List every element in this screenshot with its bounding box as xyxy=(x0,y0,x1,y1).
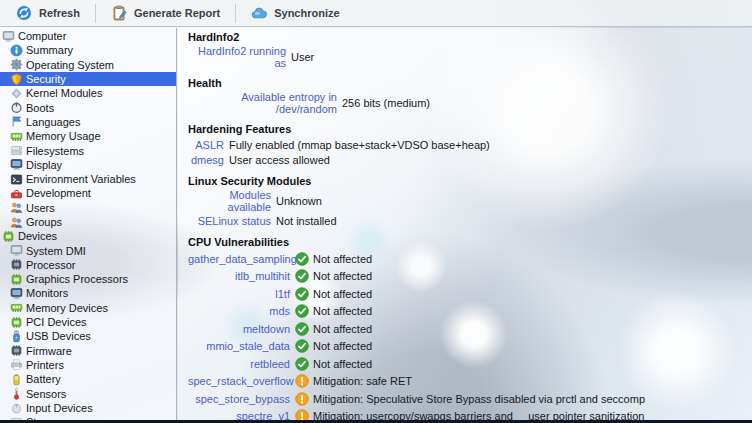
sidebar-item-label: Memory Usage xyxy=(26,130,101,142)
row-label: retbleed xyxy=(188,358,290,370)
sidebar-item-languages[interactable]: Languages xyxy=(0,115,176,129)
sidebar-item-label: Sensors xyxy=(26,388,66,400)
sidebar-item-pci-devices[interactable]: PCI Devices xyxy=(0,315,176,329)
sidebar-item-label: Processor xyxy=(26,259,76,271)
row-label: Available entropy in /dev/random xyxy=(188,91,337,115)
section-hardinfo2: HardInfo2HardInfo2 running asUser xyxy=(188,30,752,69)
section-title: Linux Security Modules xyxy=(188,174,752,189)
info-row-modules-available: Modules availableUnknown xyxy=(188,189,752,213)
refresh-icon xyxy=(16,5,32,21)
gear-icon xyxy=(10,58,23,71)
warning-icon xyxy=(295,409,309,420)
sidebar-item-sensors[interactable]: Sensors xyxy=(0,386,176,400)
sidebar-item-label: PCI Devices xyxy=(26,316,87,328)
flag-icon xyxy=(10,115,23,128)
sidebar-item-system-dmi[interactable]: System DMI xyxy=(0,243,176,257)
row-label: spectre_v1 xyxy=(188,410,290,420)
info-row-mmio-stale-data: mmio_stale_dataNot affected xyxy=(188,338,752,356)
info-row-selinux-status: SELinux statusNot installed xyxy=(188,213,752,228)
sidebar-item-processor[interactable]: Processor xyxy=(0,258,176,272)
sidebar-item-firmware[interactable]: Firmware xyxy=(0,344,176,358)
synchronize-button[interactable]: Synchronize xyxy=(239,2,351,25)
sidebar-item-environment-variables[interactable]: Environment Variables xyxy=(0,172,176,186)
generate-report-button[interactable]: Generate Report xyxy=(99,2,232,25)
row-value: Fully enabled (mmap base+stack+VDSO base… xyxy=(229,139,490,151)
info-row-retbleed: retbleedNot affected xyxy=(188,355,752,373)
generate-report-button-label: Generate Report xyxy=(134,7,220,19)
gpu-icon xyxy=(10,273,23,286)
section-title: Hardening Features xyxy=(188,122,752,137)
row-value: Mitigation: Speculative Store Bypass dis… xyxy=(313,393,645,405)
sidebar-item-display[interactable]: Display xyxy=(0,158,176,172)
sidebar-item-battery[interactable]: Battery xyxy=(0,372,176,386)
info-row-spectre-v1: spectre_v1Mitigation: usercopy/swapgs ba… xyxy=(188,408,752,421)
monitor-icon xyxy=(10,244,23,257)
sidebar-item-label: Battery xyxy=(26,373,61,385)
toolbar: Refresh Generate Report Synchronize xyxy=(0,0,752,27)
row-label: SELinux status xyxy=(188,215,271,227)
row-label: ASLR xyxy=(188,139,224,151)
row-value: Not affected xyxy=(313,340,372,352)
sidebar-item-label: Boots xyxy=(26,102,54,114)
row-value: Mitigation: usercopy/swapgs barriers and… xyxy=(313,410,644,420)
row-value: Unknown xyxy=(276,195,322,207)
sidebar-item-printers[interactable]: Printers xyxy=(0,358,176,372)
users-icon xyxy=(10,201,23,214)
info-row-meltdown: meltdownNot affected xyxy=(188,320,752,338)
sidebar-item-kernel-modules[interactable]: Kernel Modules xyxy=(0,86,176,100)
sidebar-item-development[interactable]: Development xyxy=(0,186,176,200)
check-icon xyxy=(295,357,309,371)
module-icon xyxy=(10,87,23,100)
row-value: Not affected xyxy=(313,288,372,300)
sidebar-item-summary[interactable]: Summary xyxy=(0,43,176,57)
info-row-dmesg: dmesgUser access allowed xyxy=(188,152,752,167)
info-row-spec-rstack-overflow: spec_rstack_overflowMitigation: safe RET xyxy=(188,373,752,391)
sidebar-item-memory-usage[interactable]: Memory Usage xyxy=(0,129,176,143)
sidebar-item-security[interactable]: Security xyxy=(0,72,176,86)
sidebar-item-groups[interactable]: Groups xyxy=(0,215,176,229)
sidebar-item-label: Filesystems xyxy=(26,145,84,157)
row-value: Not affected xyxy=(313,253,372,265)
monitor-dark-icon xyxy=(10,287,23,300)
sidebar-item-label: Printers xyxy=(26,359,64,371)
row-value: Not affected xyxy=(313,323,372,335)
sidebar-item-graphics-processors[interactable]: Graphics Processors xyxy=(0,272,176,286)
report-icon xyxy=(111,5,127,21)
row-label: spec_rstack_overflow xyxy=(188,375,290,387)
groups-icon xyxy=(10,216,23,229)
thermometer-icon xyxy=(10,387,23,400)
row-label: Modules available xyxy=(188,189,271,213)
check-icon xyxy=(295,322,309,336)
row-label: gather_data_sampling xyxy=(188,253,290,265)
sidebar-item-filesystems[interactable]: Filesystems xyxy=(0,143,176,157)
row-value: Not affected xyxy=(313,270,372,282)
sidebar-item-label: Groups xyxy=(26,216,62,228)
sidebar-item-label: Kernel Modules xyxy=(26,87,102,99)
main-content: HardInfo2HardInfo2 running asUserHealthA… xyxy=(178,28,752,420)
sidebar-item-users[interactable]: Users xyxy=(0,201,176,215)
info-row-hardinfo2-running-as: HardInfo2 running asUser xyxy=(188,45,752,69)
sidebar-item-devices[interactable]: Devices xyxy=(0,229,176,243)
sidebar-item-label: Computer xyxy=(18,30,66,42)
sidebar-item-operating-system[interactable]: Operating System xyxy=(0,58,176,72)
sidebar-item-label: System DMI xyxy=(26,245,86,257)
printer-icon xyxy=(10,358,23,371)
info-row-gather-data-sampling: gather_data_samplingNot affected xyxy=(188,250,752,268)
section-title: Health xyxy=(188,76,752,91)
refresh-button-label: Refresh xyxy=(39,7,80,19)
sidebar-item-memory-devices[interactable]: Memory Devices xyxy=(0,301,176,315)
sidebar-item-usb-devices[interactable]: USB Devices xyxy=(0,329,176,343)
check-icon xyxy=(295,304,309,318)
sidebar-item-label: Summary xyxy=(26,44,73,56)
row-value: Not installed xyxy=(276,215,337,227)
sidebar-item-computer[interactable]: Computer xyxy=(0,29,176,43)
sidebar-item-label: Security xyxy=(26,73,66,85)
refresh-button[interactable]: Refresh xyxy=(4,2,92,25)
sidebar-item-boots[interactable]: Boots xyxy=(0,100,176,114)
info-icon xyxy=(10,44,23,57)
check-icon xyxy=(295,339,309,353)
sidebar-item-input-devices[interactable]: Input Devices xyxy=(0,401,176,415)
sidebar-item-monitors[interactable]: Monitors xyxy=(0,286,176,300)
cpu-icon xyxy=(10,258,23,271)
info-row-aslr: ASLRFully enabled (mmap base+stack+VDSO … xyxy=(188,137,752,152)
